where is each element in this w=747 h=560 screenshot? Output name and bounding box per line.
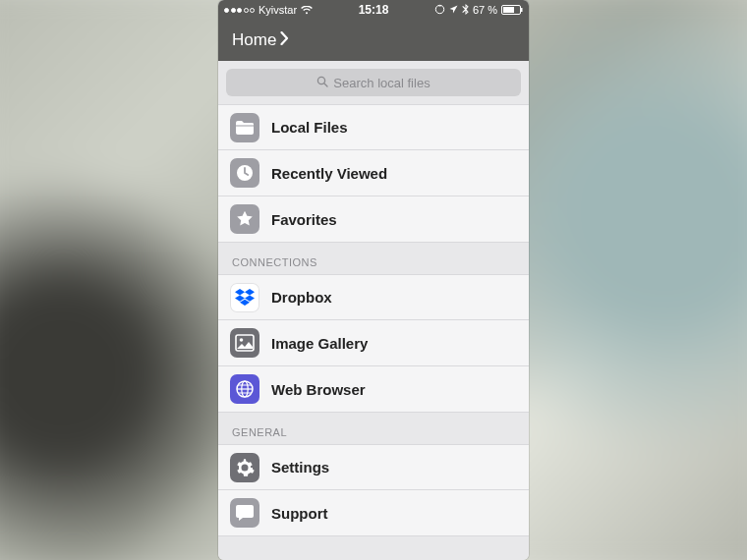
list-item[interactable]: Dropbox	[218, 274, 529, 320]
list-item[interactable]: Settings	[218, 444, 529, 490]
status-bar: Kyivstar 15:18 67 %	[218, 0, 529, 20]
location-icon	[449, 4, 458, 16]
nav-title[interactable]: Home	[232, 30, 289, 50]
clock-icon	[230, 158, 259, 188]
folder-icon	[230, 113, 259, 142]
image-icon	[230, 328, 259, 358]
list-item-label: Support	[271, 505, 328, 522]
svg-line-5	[324, 84, 327, 86]
globe-icon	[230, 374, 259, 404]
list-item[interactable]: Web Browser	[218, 366, 529, 413]
list-item[interactable]: Support	[218, 490, 529, 536]
list-item-label: Dropbox	[271, 289, 332, 306]
search-placeholder: Search local files	[333, 76, 430, 90]
content-scroll[interactable]: Search local files Local FilesRecently V…	[218, 61, 529, 560]
nav-bar: Home	[218, 20, 529, 61]
battery-icon	[501, 5, 523, 15]
list-item[interactable]: Image Gallery	[218, 320, 529, 366]
search-input[interactable]: Search local files	[226, 69, 521, 96]
svg-rect-3	[521, 8, 523, 12]
list-item[interactable]: Favorites	[218, 196, 529, 243]
list-item-label: Settings	[271, 459, 329, 476]
list-item-label: Favorites	[271, 211, 337, 228]
svg-point-10	[240, 338, 244, 342]
chat-icon	[230, 498, 259, 528]
list-item-label: Web Browser	[271, 381, 366, 398]
gear-icon	[230, 453, 259, 482]
chevron-right-icon	[280, 30, 289, 50]
search-icon	[316, 76, 328, 90]
list: SettingsSupport	[218, 444, 529, 536]
orientation-lock-icon	[434, 4, 445, 17]
svg-point-0	[435, 5, 443, 13]
status-right: 67 %	[434, 4, 523, 17]
wifi-icon	[301, 6, 313, 15]
svg-rect-2	[503, 7, 514, 13]
list-item-label: Recently Viewed	[271, 165, 387, 182]
section-header: CONNECTIONS	[218, 243, 529, 274]
list: Local FilesRecently ViewedFavorites	[218, 104, 529, 243]
status-time: 15:18	[359, 3, 389, 17]
list: DropboxImage GalleryWeb Browser	[218, 274, 529, 413]
carrier-label: Kyivstar	[259, 4, 297, 16]
section-header: GENERAL	[218, 413, 529, 444]
svg-point-4	[318, 77, 325, 84]
dropbox-icon	[230, 283, 259, 312]
bluetooth-icon	[462, 4, 469, 17]
status-left: Kyivstar	[224, 4, 313, 16]
star-icon	[230, 204, 259, 234]
list-item-label: Local Files	[271, 119, 348, 136]
nav-title-label: Home	[232, 30, 276, 50]
svg-rect-7	[236, 125, 254, 126]
phone-frame: Kyivstar 15:18 67 % Home	[218, 0, 529, 560]
list-item-label: Image Gallery	[271, 335, 368, 352]
list-item[interactable]: Local Files	[218, 104, 529, 150]
list-item[interactable]: Recently Viewed	[218, 150, 529, 196]
signal-strength-icon	[224, 8, 255, 13]
battery-pct: 67 %	[473, 4, 497, 16]
